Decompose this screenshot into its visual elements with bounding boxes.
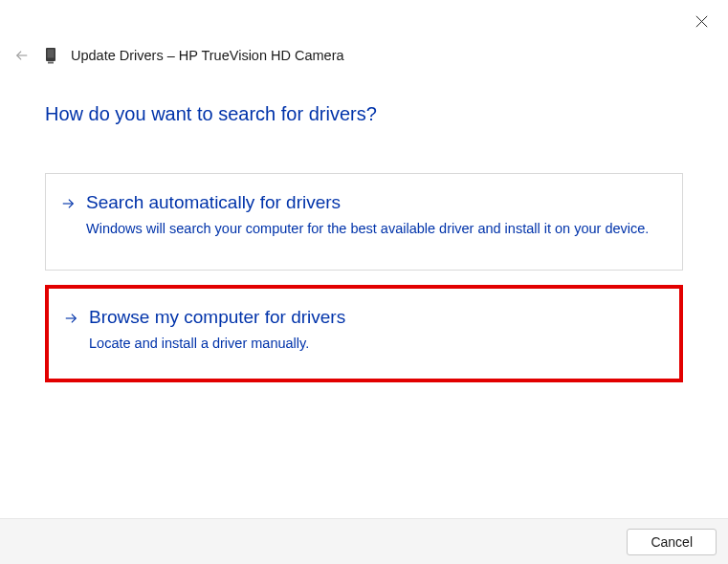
option-description: Locate and install a driver manually. (89, 334, 662, 354)
option-text: Browse my computer for drivers Locate an… (89, 306, 662, 354)
svg-rect-4 (48, 50, 55, 58)
close-icon (695, 15, 708, 28)
option-text: Search automatically for drivers Windows… (86, 191, 665, 239)
option-search-automatically[interactable]: Search automatically for drivers Windows… (45, 173, 683, 271)
option-title: Browse my computer for drivers (89, 306, 662, 330)
wizard-content: How do you want to search for drivers? S… (45, 103, 683, 397)
wizard-footer: Cancel (0, 518, 728, 564)
wizard-question: How do you want to search for drivers? (45, 103, 683, 125)
arrow-right-icon (62, 310, 79, 327)
svg-rect-5 (48, 62, 54, 64)
option-description: Windows will search your computer for th… (86, 219, 665, 239)
option-title: Search automatically for drivers (86, 191, 665, 215)
wizard-title: Update Drivers – HP TrueVision HD Camera (71, 48, 344, 63)
cancel-button[interactable]: Cancel (627, 529, 717, 555)
device-icon (44, 46, 57, 65)
arrow-right-icon (59, 195, 77, 212)
close-button[interactable] (692, 11, 711, 31)
arrow-left-icon (15, 49, 29, 62)
option-browse-computer[interactable]: Browse my computer for drivers Locate an… (45, 285, 683, 382)
wizard-header: Update Drivers – HP TrueVision HD Camera (13, 46, 344, 65)
back-button[interactable] (13, 47, 31, 64)
